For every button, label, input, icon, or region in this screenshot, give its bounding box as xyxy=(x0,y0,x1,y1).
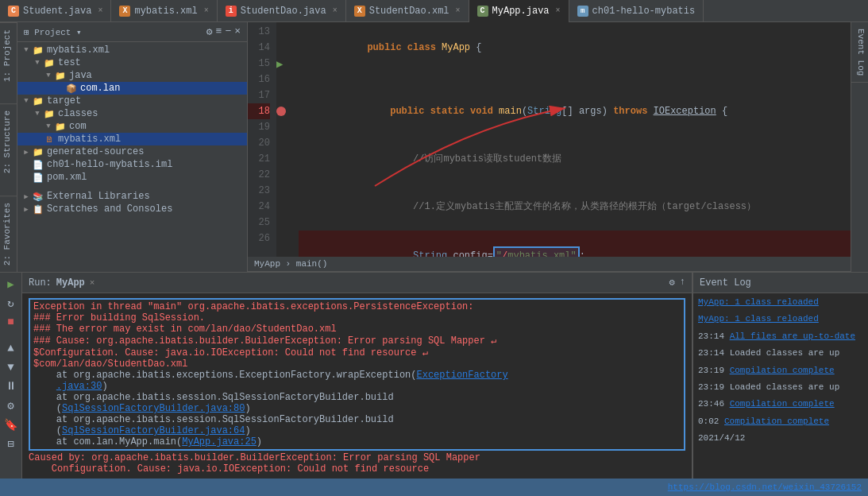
tree-item-comlan[interactable]: 📦 com.lan xyxy=(17,82,247,95)
favorites-vtab[interactable]: 2: Favorites xyxy=(0,196,17,272)
tab-mybatis-xml[interactable]: X mybatis.xml × xyxy=(111,0,217,22)
tree-mybatisxml-label: mybatis.xml xyxy=(58,134,121,145)
code-lines[interactable]: public class MyApp { public static void … xyxy=(291,22,851,257)
code-line-17: //1.定义mybatis主配置文件的名称，从类路径的根开始（target/cl… xyxy=(299,183,851,231)
status-link[interactable]: https://blog.csdn.net/weixin_43726152 xyxy=(668,482,862,492)
event-item-date: 2021/4/12 xyxy=(698,432,863,444)
tab-studentdao-java[interactable]: i StudentDao.java × xyxy=(218,0,346,22)
event-item-1: MyApp: 1 class reloaded xyxy=(698,296,863,308)
close-icon[interactable]: × xyxy=(456,6,461,15)
event-item-7: 23:46 Compilation complete xyxy=(698,398,863,410)
event-link-7[interactable]: Compilation complete xyxy=(730,399,835,409)
structure-vtab[interactable]: 2: Structure xyxy=(0,103,17,180)
settings-icon[interactable]: ≡ xyxy=(216,25,222,38)
collapse-icon[interactable]: − xyxy=(225,25,231,38)
tree-scratches-label: Scratches and Consoles xyxy=(47,203,172,215)
tree-item-com[interactable]: ▼ 📁 com xyxy=(17,120,247,133)
breadcrumb-text: MyApp › main() xyxy=(254,259,327,269)
run-arrow-15[interactable]: ▶ xyxy=(276,56,291,72)
filter-button[interactable]: ⊟ xyxy=(3,436,19,451)
run-header: Run: MyApp × ⚙ ↑ xyxy=(22,273,692,293)
tree-item-mybatisxml[interactable]: 🗎 mybatis.xml xyxy=(17,133,247,145)
error-line-2: ### Error building SqlSession. xyxy=(33,312,681,324)
scroll-down-button[interactable]: ▼ xyxy=(3,359,19,375)
settings-run-button[interactable]: ⚙ xyxy=(3,397,19,413)
event-text-4: Loaded classes are up xyxy=(730,348,840,358)
tab-myapp-java-label: MyApp.java xyxy=(492,6,550,17)
event-time-8: 0:02 xyxy=(698,417,719,426)
event-log-title: Event Log xyxy=(700,277,751,289)
rerun-button[interactable]: ↻ xyxy=(3,295,19,311)
status-bar: https://blog.csdn.net/weixin_43726152 xyxy=(0,479,868,496)
run-panel: Run: MyApp × ⚙ ↑ Exception in thread "ma… xyxy=(22,273,692,479)
event-text-6: Loaded classes are up xyxy=(730,382,840,392)
breakpoint-18[interactable] xyxy=(276,103,291,119)
tree-item-pom[interactable]: 📄 pom.xml xyxy=(17,171,247,184)
xml-icon: X xyxy=(119,6,130,17)
tree-item-root[interactable]: ▼ 📁 mybatis.xml xyxy=(17,44,247,56)
tab-student-java[interactable]: C Student.java × xyxy=(0,0,111,22)
link-exceptionfactory[interactable]: ExceptionFactory xyxy=(416,370,507,381)
close-panel-icon[interactable]: × xyxy=(234,25,241,38)
arrow-icon: ▶ xyxy=(21,148,32,157)
trace-line-6: (SqlSessionFactoryBuilder.java:64) xyxy=(33,425,681,436)
scratches-icon: 📋 xyxy=(32,203,44,215)
event-link-3[interactable]: All files are up-to-date xyxy=(730,331,855,341)
tree-java-label: java xyxy=(69,70,92,81)
run-button[interactable]: ▶ xyxy=(3,276,19,292)
m-icon: m xyxy=(577,6,588,17)
pause-button[interactable]: ⏸ xyxy=(3,378,19,394)
event-link-1[interactable]: MyApp: 1 class reloaded xyxy=(698,297,819,307)
link-builder-80[interactable]: SqlSessionFactoryBuilder.java:80 xyxy=(62,403,245,414)
run-header-icons: ⚙ ↑ xyxy=(669,277,685,289)
expand-icon[interactable]: ↑ xyxy=(680,277,685,289)
stop-button[interactable]: ■ xyxy=(3,314,19,330)
event-link-2[interactable]: MyApp: 1 class reloaded xyxy=(698,314,819,324)
right-vtab-event[interactable]: Event Log xyxy=(851,22,868,83)
close-icon[interactable]: × xyxy=(556,6,561,15)
arrow-icon: ▼ xyxy=(21,97,32,105)
tree-item-external[interactable]: ▶ 📚 External Libraries xyxy=(17,190,247,203)
folder-icon: 📁 xyxy=(54,121,67,132)
event-item-6: 23:19 Loaded classes are up xyxy=(698,382,863,393)
link-myapp-25[interactable]: MyApp.java:25 xyxy=(182,436,257,448)
bookmark-button[interactable]: 🔖 xyxy=(3,417,19,432)
caused-by-1: Caused by: org.apache.ibatis.builder.Bui… xyxy=(29,452,685,463)
project-vtab[interactable]: 1: Project xyxy=(0,22,17,88)
close-icon[interactable]: × xyxy=(98,6,102,15)
scroll-up-button[interactable]: ▲ xyxy=(3,340,19,356)
tab-myapp-java[interactable]: C MyApp.java × xyxy=(469,0,569,22)
sync-icon[interactable]: ⚙ xyxy=(206,25,213,38)
event-link-5[interactable]: Compilation complete xyxy=(730,366,835,375)
link-exceptionfactory-line[interactable]: .java:30 xyxy=(56,381,102,392)
tab-studentdao-xml[interactable]: X StudentDao.xml × xyxy=(346,0,469,22)
run-area: ▶ ↻ ■ ▲ ▼ ⏸ ⚙ 🔖 ⊟ Run: MyApp × ⚙ ↑ xyxy=(0,273,693,479)
tree-target-label: target xyxy=(47,95,81,107)
run-gutters: ▶ xyxy=(276,22,291,257)
breadcrumb: MyApp › main() xyxy=(248,257,851,272)
event-item-3: 23:14 All files are up-to-date xyxy=(698,331,863,343)
tree-item-test[interactable]: ▼ 📁 test xyxy=(17,56,247,69)
event-item-2: MyApp: 1 class reloaded xyxy=(698,313,863,325)
link-builder-64[interactable]: SqlSessionFactoryBuilder.java:64 xyxy=(62,425,245,436)
close-icon[interactable]: × xyxy=(204,6,209,15)
close-icon[interactable]: × xyxy=(333,6,338,15)
tree-item-classes[interactable]: ▼ 📁 classes xyxy=(17,107,247,120)
run-tab-close[interactable]: × xyxy=(90,278,95,288)
event-time-4: 23:14 xyxy=(698,348,724,358)
gear-icon[interactable]: ⚙ xyxy=(669,277,675,289)
tree-item-scratches[interactable]: ▶ 📋 Scratches and Consoles xyxy=(17,203,247,215)
tab-ch01[interactable]: m ch01-hello-mybatis xyxy=(569,0,704,22)
main-area: 1: Project 2: Structure 2: Favorites ⊞ P… xyxy=(0,22,868,272)
bottom-panel: ▶ ↻ ■ ▲ ▼ ⏸ ⚙ 🔖 ⊟ Run: MyApp × ⚙ ↑ xyxy=(0,272,868,479)
tree-comlan-label: com.lan xyxy=(80,83,120,94)
arrow-icon: ▼ xyxy=(32,59,43,67)
event-time-6: 23:19 xyxy=(698,382,724,392)
tree-item-iml[interactable]: 📄 ch01-hello-mybatis.iml xyxy=(17,158,247,171)
tree-item-generated[interactable]: ▶ 📁 generated-sources xyxy=(17,145,247,158)
code-area: 13 14 15 16 17 18 19 20 21 22 23 24 25 2… xyxy=(248,22,851,257)
code-editor[interactable]: 13 14 15 16 17 18 19 20 21 22 23 24 25 2… xyxy=(248,22,851,257)
event-link-8[interactable]: Compilation complete xyxy=(724,417,829,426)
tree-item-java[interactable]: ▼ 📁 java xyxy=(17,69,247,82)
tree-item-target[interactable]: ▼ 📁 target xyxy=(17,95,247,107)
